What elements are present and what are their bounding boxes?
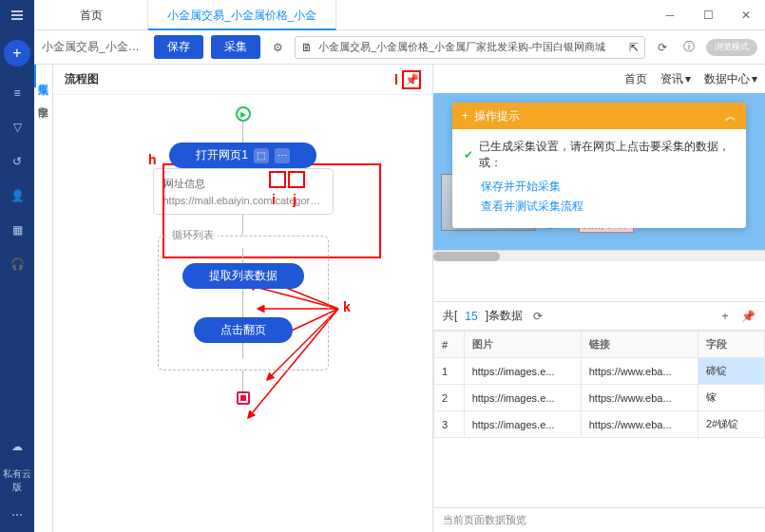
tip-title: 操作提示 — [474, 108, 520, 124]
annotation-l: l — [394, 72, 398, 87]
flow-panel-title: 流程图 — [65, 71, 394, 87]
th-img[interactable]: 图片 — [464, 332, 581, 358]
flow-node-open-page[interactable]: 打开网页1 ⬚ ⋯ — [169, 142, 316, 168]
table-row[interactable]: 1https://images.e...https://www.eba...碲锭 — [434, 358, 765, 385]
info-icon[interactable]: ⓘ — [679, 38, 698, 57]
th-field[interactable]: 字段 — [698, 332, 764, 358]
pv-nav-info[interactable]: 资讯▾ — [660, 71, 691, 87]
flow-start-node[interactable]: ▶ — [236, 106, 251, 122]
data-count-prefix: 共[ — [443, 308, 457, 324]
operation-tip-panel: + 操作提示 ︽ ✔已生成采集设置，请在网页上点击要采集的数据，或： 保存并开始… — [452, 103, 746, 228]
browse-mode-toggle[interactable]: 浏览模式 — [706, 39, 757, 56]
flow-loop-container[interactable]: 循环列表 提取列表数据 点击翻页 — [158, 236, 329, 370]
flow-node-paginate[interactable]: 点击翻页 — [194, 317, 293, 343]
open-external-icon[interactable]: ⇱ — [629, 41, 639, 54]
refresh-icon[interactable]: ⟳ — [653, 38, 672, 57]
page-icon: 🗎 — [301, 41, 313, 54]
minimize-button[interactable]: ─ — [651, 0, 689, 30]
pin-icon[interactable]: 📌 — [402, 70, 421, 89]
flow-end-node[interactable] — [237, 391, 250, 405]
pin-data-icon[interactable]: 📌 — [740, 310, 755, 323]
data-table: # 图片 链接 字段 1https://images.e...https://w… — [433, 331, 765, 438]
preview-scrollbar[interactable] — [433, 250, 765, 261]
breadcrumb: 小金属交易_小金属价... — [42, 39, 146, 55]
table-row[interactable]: 2https://images.e...https://www.eba...镓 — [434, 385, 765, 411]
node-more-icon[interactable]: ⋯ — [275, 148, 290, 163]
th-idx[interactable]: # — [434, 332, 465, 358]
chevron-down-icon: ▾ — [752, 72, 757, 86]
tip-link-save[interactable]: 保存并开始采集 — [481, 179, 735, 195]
refresh-data-icon[interactable]: ⟳ — [530, 310, 545, 323]
add-column-icon[interactable]: + — [717, 310, 733, 323]
table-row[interactable]: 3https://images.e...https://www.eba...2#… — [434, 411, 765, 438]
gear-icon[interactable]: ⚙ — [268, 38, 287, 57]
check-icon: ✔ — [464, 148, 473, 162]
add-task-button[interactable]: + — [4, 40, 30, 66]
tip-link-test[interactable]: 查看并测试采集流程 — [481, 199, 735, 215]
tab-task[interactable]: 小金属交易_小金属价格_小金 — [148, 0, 336, 30]
sidetab-flow[interactable]: 采集流程 — [34, 65, 52, 87]
maximize-button[interactable]: ☐ — [689, 0, 727, 30]
chevron-down-icon: ▾ — [685, 72, 691, 86]
url-text: 小金属交易_小金属价格_小金属厂家批发采购-中国白银网商城 — [318, 40, 623, 54]
data-count: 15 — [465, 310, 477, 323]
collapse-icon[interactable]: ︽ — [725, 108, 736, 124]
loop-label: 循环列表 — [168, 228, 218, 242]
data-count-suffix: ]条数据 — [486, 308, 523, 324]
app-logo — [0, 0, 34, 30]
save-button[interactable]: 保存 — [154, 35, 203, 59]
sidetab-fields[interactable]: 全部字段 — [34, 87, 52, 110]
footer-label: 当前页面数据预览 — [443, 513, 526, 527]
tab-home[interactable]: 首页 — [34, 0, 148, 30]
pv-nav-home[interactable]: 首页 — [624, 71, 647, 87]
node-config-icon[interactable]: ⬚ — [254, 148, 269, 163]
url-bar[interactable]: 🗎 小金属交易_小金属价格_小金属厂家批发采购-中国白银网商城 ⇱ — [295, 36, 645, 59]
pv-nav-data[interactable]: 数据中心▾ — [704, 71, 757, 87]
plus-icon: + — [462, 109, 469, 123]
th-link[interactable]: 链接 — [581, 332, 698, 358]
collect-button[interactable]: 采集 — [211, 35, 260, 59]
close-button[interactable]: ✕ — [727, 0, 765, 30]
flow-node-extract[interactable]: 提取列表数据 — [182, 263, 304, 289]
tip-message: 已生成采集设置，请在网页上点击要采集的数据，或： — [479, 139, 735, 171]
flow-url-card[interactable]: 网址信息 https://mall.ebaiyin.com/category_.… — [153, 168, 334, 215]
